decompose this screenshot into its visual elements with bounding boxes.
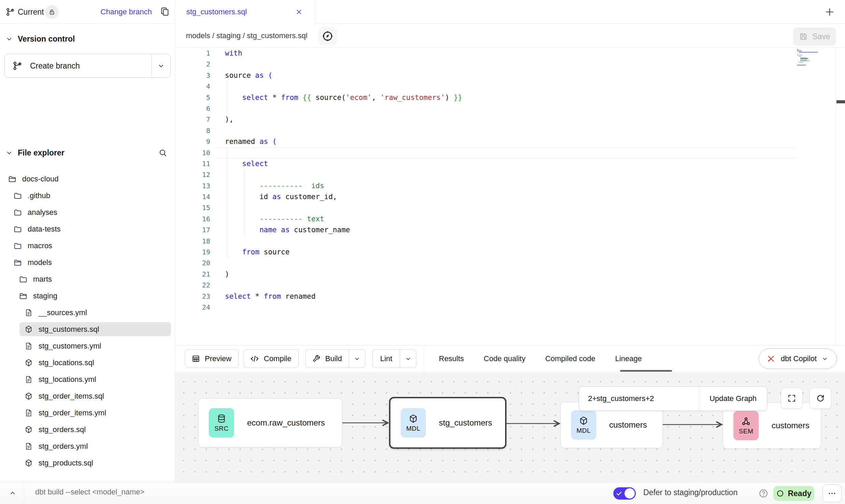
file-explorer-item-data-tests[interactable]: data-tests [0,221,174,237]
build-dropdown[interactable] [349,350,365,368]
defer-label: Defer to staging/production [643,488,737,497]
line-number: 8 [175,125,210,136]
more-options-button[interactable] [822,485,842,502]
code-line-14[interactable]: 14 id as customer_id, [175,191,845,202]
file-explorer-item-__sources.yml[interactable]: __sources.yml [0,304,174,321]
indent-guide [227,81,227,114]
lint-button[interactable]: Lint [372,349,416,368]
code-line-21[interactable]: 21) [175,269,845,280]
code-line-15[interactable]: 15 [175,202,845,213]
dbt-copilot-label: dbt Copilot [781,354,817,363]
tab-results[interactable]: Results [439,354,464,363]
code-line-22[interactable]: 22 [175,280,845,291]
model-icon [24,425,33,434]
collapse-panel-button[interactable] [8,489,17,498]
statusbar-divider [24,483,24,504]
code-line-6[interactable]: 6 [175,103,845,114]
file-explorer-item-stg_order_items.yml[interactable]: stg_order_items.yml [0,404,174,421]
code-text: renamed as ( [210,136,277,147]
save-button[interactable]: Save [793,28,836,45]
fullscreen-button[interactable] [781,388,803,409]
file-explorer-item-analyses[interactable]: analyses [0,204,174,221]
code-line-7[interactable]: 7), [175,114,845,125]
refresh-graph-button[interactable] [810,388,831,409]
chevron-down-icon[interactable] [5,35,13,43]
code-line-2[interactable]: 2 [175,59,845,70]
code-line-10[interactable]: 10 [175,147,845,158]
code-line-8[interactable]: 8 [175,125,845,136]
code-line-18[interactable]: 18 [175,236,845,247]
code-line-13[interactable]: 13 ---------- ids [175,180,845,191]
file-explorer-item-stg_orders.sql[interactable]: stg_orders.sql [0,421,174,438]
explore-docs-button[interactable] [318,27,337,45]
code-line-5[interactable]: 5 select * from {{ source('ecom', 'raw_c… [175,92,845,103]
node-label: stg_customers [439,418,492,428]
chevron-down-icon[interactable] [5,149,13,157]
create-branch-button[interactable]: Create branch [4,54,171,78]
file-explorer-item-docs-cloud[interactable]: docs-cloud [0,171,174,187]
code-text [210,81,225,92]
code-line-11[interactable]: 11 select [175,158,845,169]
model-icon [24,459,33,468]
file-explorer-item-macros[interactable]: macros [0,237,174,254]
code-line-16[interactable]: 16 ---------- text [175,213,845,224]
code-line-24[interactable]: 24 [175,302,845,313]
create-branch-dropdown[interactable] [152,54,170,77]
file-explorer-tree: docs-cloud.githubanalysesdata-testsmacro… [0,171,174,471]
command-input[interactable] [35,488,342,496]
new-tab-button[interactable] [824,6,835,18]
code-line-9[interactable]: 9renamed as ( [175,136,845,147]
lineage-selector-input[interactable]: 2+stg_customers+2 [579,387,699,411]
tab-lineage[interactable]: Lineage [615,354,642,363]
file-explorer-item-stg_products.sql[interactable]: stg_products.sql [0,455,174,471]
close-tab-icon[interactable] [295,8,303,16]
file-explorer-item-stg_order_items.sql[interactable]: stg_order_items.sql [0,388,174,404]
build-button[interactable]: Build [305,349,366,368]
tab-code-quality[interactable]: Code quality [484,354,525,363]
file-explorer-item-.github[interactable]: .github [0,187,174,204]
code-line-19[interactable]: 19 from source [175,247,845,257]
file-explorer-item-stg_customers.sql[interactable]: stg_customers.sql [0,321,174,338]
defer-toggle[interactable] [613,487,636,500]
editor-scrollbar-thumb[interactable] [836,100,845,103]
version-control-section-header[interactable]: Version control [0,31,175,46]
code-line-4[interactable]: 4 [175,81,845,92]
file-explorer-item-stg_orders.yml[interactable]: stg_orders.yml [0,438,174,455]
file-explorer-section-header[interactable]: File explorer [0,145,175,160]
code-line-1[interactable]: 1with [175,48,845,59]
lineage-canvas[interactable]: SRC ecom.raw_customers MDL stg_customers [175,372,845,482]
change-branch-link[interactable]: Change branch [101,8,152,16]
file-explorer-item-stg_customers.yml[interactable]: stg_customers.yml [0,338,174,354]
file-explorer-item-stg_locations.yml[interactable]: stg_locations.yml [0,371,174,388]
preview-button[interactable]: Preview [185,349,239,368]
compile-button[interactable]: Compile [243,349,299,368]
lineage-node-stg-customers[interactable]: MDL stg_customers [389,397,506,449]
editor-minimap[interactable] [797,49,817,66]
copy-icon[interactable] [160,6,170,17]
breadcrumb: models / staging / stg_customers.sql [186,31,307,40]
code-text: with [210,48,242,59]
save-label: Save [812,32,830,41]
tab-stg-customers-sql[interactable]: stg_customers.sql [175,0,315,24]
code-line-12[interactable]: 12 [175,169,845,180]
file-explorer-item-stg_locations.sql[interactable]: stg_locations.sql [0,354,174,371]
file-explorer-item-staging[interactable]: staging [0,287,174,304]
search-icon[interactable] [158,148,167,157]
code-text [210,236,225,247]
lint-dropdown[interactable] [400,350,416,368]
main-panel: stg_customers.sql models / staging / stg… [175,0,845,482]
code-line-3[interactable]: 3source as ( [175,70,845,81]
update-graph-button[interactable]: Update Graph [699,387,767,411]
tab-compiled-code[interactable]: Compiled code [545,354,596,363]
code-line-20[interactable]: 20 [175,257,845,268]
code-editor[interactable]: 1with23source as (45 select * from {{ so… [175,48,845,345]
lineage-node-source[interactable]: SRC ecom.raw_customers [198,398,342,447]
code-line-17[interactable]: 17 name as customer_name [175,224,845,235]
file-explorer-item-marts[interactable]: marts [0,271,174,287]
help-icon[interactable] [758,488,769,499]
wrench-icon [312,354,321,363]
dbt-copilot-button[interactable]: dbt Copilot [759,349,837,369]
file-explorer-item-models[interactable]: models [0,254,174,271]
code-line-23[interactable]: 23select * from renamed [175,291,845,302]
line-number: 17 [175,224,210,235]
